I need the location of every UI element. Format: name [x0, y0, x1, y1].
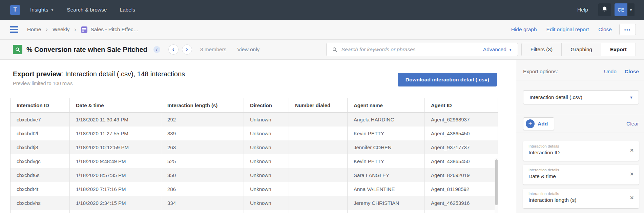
- table-cell: [289, 154, 348, 168]
- help-link[interactable]: Help: [577, 7, 588, 13]
- table-cell: Jeremy CHRISTIAN: [348, 196, 425, 210]
- table-cell: Agent_43865450: [425, 154, 498, 168]
- add-label: Add: [538, 121, 548, 127]
- tab-filters-[interactable]: Filters (3): [522, 43, 562, 56]
- table-cell: cbxcbdtj8: [11, 140, 70, 154]
- action-hide-graph[interactable]: Hide graph: [511, 26, 537, 33]
- table-cell: Unknown: [244, 168, 289, 182]
- page-title: % Conversion rate when Sale Pitched: [26, 46, 147, 54]
- table-cell: 286: [161, 182, 244, 196]
- previous-button[interactable]: ‹: [168, 44, 179, 55]
- table-cell: 1/18/2020 2:34:15 PM: [70, 196, 161, 210]
- table-scrollbar-thumb[interactable]: [495, 159, 498, 205]
- close-link[interactable]: Close: [625, 69, 639, 75]
- download-csv-button[interactable]: Download interaction detail (.csv): [398, 73, 497, 86]
- add-field-button[interactable]: + Add: [523, 117, 554, 130]
- export-options-title: Export options:: [523, 69, 604, 75]
- table-cell: [289, 127, 348, 140]
- breadcrumb-actions: Hide graphEdit original reportClose: [511, 26, 612, 33]
- tab-export[interactable]: Export: [601, 43, 636, 56]
- table-cell: 1/18/2020 11:27:55 PM: [70, 127, 161, 140]
- next-button[interactable]: ›: [182, 44, 192, 55]
- table-cell: [289, 140, 348, 154]
- table-cell: [11, 210, 70, 213]
- table-cell: Unknown: [244, 113, 289, 127]
- export-field-card: Interaction detailsInteraction ID✕: [523, 141, 639, 161]
- action-close[interactable]: Close: [598, 26, 612, 33]
- nav-item-label: Labels: [120, 7, 135, 13]
- plus-icon: +: [526, 119, 535, 128]
- account-menu[interactable]: CE ▼: [615, 3, 635, 16]
- field-category: Interaction details: [528, 144, 633, 148]
- table-cell: Unknown: [244, 154, 289, 168]
- chevron-down-icon: ▼: [50, 8, 54, 12]
- table-header-row: Interaction IDDate & timeInteraction len…: [11, 98, 498, 113]
- remove-field-icon[interactable]: ✕: [630, 148, 634, 153]
- table-cell: 1/18/2020 8:57:35 PM: [70, 168, 161, 182]
- action-edit-original-report[interactable]: Edit original report: [546, 26, 589, 33]
- members-label: 3 members: [200, 46, 227, 53]
- info-icon[interactable]: i: [153, 46, 160, 53]
- table-cell: 1/18/2020 10:12:59 PM: [70, 140, 161, 154]
- more-options-button[interactable]: •••: [619, 24, 636, 35]
- top-nav-items: Insights▼Search & browseLabels: [30, 7, 135, 13]
- notifications-button[interactable]: [598, 3, 611, 16]
- table-cell: Kevin PETTY: [348, 127, 425, 140]
- table-cell: [289, 182, 348, 196]
- chevron-right-icon: ›: [46, 26, 48, 33]
- clear-fields-link[interactable]: Clear: [626, 121, 639, 127]
- search-input[interactable]: [341, 46, 483, 53]
- content: Export preview: Interaction detail (.csv…: [0, 60, 644, 213]
- nav-item-search-browse[interactable]: Search & browse: [67, 7, 107, 13]
- chevron-down-icon[interactable]: ▼: [624, 91, 639, 104]
- table-cell: [289, 196, 348, 210]
- nav-item-insights[interactable]: Insights▼: [30, 7, 54, 13]
- table-cell: Sara LANGLEY: [348, 168, 425, 182]
- breadcrumb-item[interactable]: Sales - Pitch Effec…: [90, 26, 139, 33]
- advanced-search-toggle[interactable]: Advanced▼: [483, 46, 512, 53]
- table-cell: [244, 210, 289, 213]
- chevron-right-icon: ›: [75, 26, 77, 33]
- undo-link[interactable]: Undo: [604, 69, 617, 75]
- table-scrollbar: [495, 158, 498, 213]
- field-category: Interaction details: [528, 168, 633, 172]
- table-cell: [348, 210, 425, 213]
- table-cell: Agent_62968937: [425, 113, 498, 127]
- column-header: Date & time: [70, 98, 161, 112]
- export-field-list: Interaction detailsInteraction ID✕Intera…: [523, 141, 639, 208]
- avatar: CE: [615, 3, 627, 16]
- export-preview-subtitle-inline: : Interaction detail (.csv), 148 interac…: [61, 70, 185, 78]
- field-name: Date & time: [528, 173, 633, 179]
- app-logo[interactable]: T: [10, 5, 20, 15]
- column-header: Number dialed: [289, 98, 348, 112]
- table-cell: Unknown: [244, 196, 289, 210]
- table-cell: Unknown: [244, 140, 289, 154]
- table-cell: [425, 210, 498, 213]
- table-cell: Agent_82692019: [425, 168, 498, 182]
- breadcrumb-row: Home›Weekly›Sales - Pitch Effec… Hide gr…: [0, 20, 644, 40]
- remove-field-icon[interactable]: ✕: [630, 171, 634, 177]
- remove-field-icon[interactable]: ✕: [630, 195, 634, 200]
- tab-graphing[interactable]: Graphing: [562, 43, 601, 56]
- table-row: cbxcbdt2l1/18/2020 11:27:55 PM339Unknown…: [11, 127, 498, 140]
- breadcrumb-item[interactable]: Weekly: [53, 26, 70, 33]
- nav-item-labels[interactable]: Labels: [120, 7, 135, 13]
- export-field-card: Interaction detailsInteraction length (s…: [523, 189, 639, 208]
- table-cell: cbxcbdvgc: [11, 154, 70, 168]
- table-cell: Agent_43865450: [425, 127, 498, 140]
- report-search-icon: [13, 45, 22, 54]
- nav-item-label: Search & browse: [67, 7, 107, 13]
- table-cell: 263: [161, 140, 244, 154]
- column-header: Interaction length (s): [161, 98, 244, 112]
- table-cell: [289, 113, 348, 127]
- table-cell: [161, 210, 244, 213]
- table-cell: [289, 210, 348, 213]
- table-cell: Agent_81198592: [425, 182, 498, 196]
- table-cell: 1/18/2020 11:30:49 PM: [70, 113, 161, 127]
- export-format-select[interactable]: Interaction detail (.csv) ▼: [523, 90, 639, 104]
- breadcrumb-item[interactable]: Home: [27, 26, 41, 33]
- report-icon: [81, 26, 87, 33]
- bell-icon: [601, 6, 608, 14]
- table-cell: cbxcbdt2l: [11, 127, 70, 140]
- menu-icon[interactable]: [10, 26, 18, 33]
